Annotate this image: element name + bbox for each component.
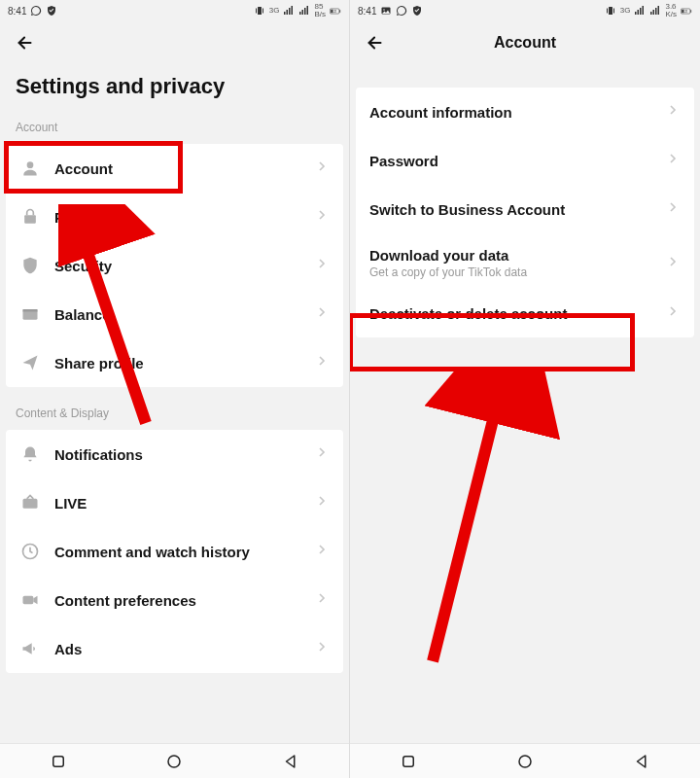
download-data-row[interactable]: Download your data Get a copy of your Ti… [356,233,694,289]
page-title: Settings and privacy [0,64,349,117]
password-row[interactable]: Password [356,136,694,185]
svg-rect-13 [331,9,332,12]
section-content-label: Content & Display [0,403,349,430]
row-label: Notifications [54,446,314,463]
section-account-label: Account [0,117,349,144]
content-card: Notifications LIVE Comment and watch his… [6,430,343,673]
privacy-row[interactable]: Privacy [6,193,343,241]
notifications-row[interactable]: Notifications [6,430,343,478]
row-label: Ads [54,641,314,657]
nav-recent-button[interactable] [398,751,419,772]
deactivate-row[interactable]: Deactivate or delete account [356,289,694,337]
account-row[interactable]: Account [6,144,343,193]
android-navbar [0,743,349,778]
share-profile-row[interactable]: Share profile [6,338,343,387]
svg-rect-4 [287,10,289,15]
share-icon [19,352,41,373]
svg-rect-8 [302,10,304,15]
nav-back-button[interactable] [280,751,301,772]
svg-rect-12 [339,10,340,13]
nav-recent-button[interactable] [48,751,69,772]
row-label: Content preferences [54,592,314,609]
svg-rect-38 [658,6,660,15]
content-pref-row[interactable]: Content preferences [6,576,343,624]
chevron-right-icon [314,207,330,227]
battery-icon: 22 [330,5,341,17]
vibrate-icon [254,5,265,17]
history-row[interactable]: Comment and watch history [6,527,343,576]
net-speed: 3.6K/s [665,3,677,18]
vibrate-icon [605,5,616,17]
nav-back-button[interactable] [631,751,652,772]
account-options-card: Account information Password Switch to B… [356,88,694,337]
account-info-row[interactable]: Account information [356,88,694,136]
back-button[interactable] [12,29,39,56]
ads-row[interactable]: Ads [6,624,343,673]
svg-rect-18 [23,309,38,312]
chevron-right-icon [314,159,330,178]
svg-rect-3 [284,12,286,15]
chevron-right-icon [314,256,330,275]
business-account-row[interactable]: Switch to Business Account [356,185,694,233]
chevron-right-icon [314,444,330,464]
svg-text:22: 22 [333,9,337,13]
android-navbar [350,743,700,778]
net-speed: 85B/s [314,3,326,18]
svg-rect-33 [640,8,642,15]
svg-rect-24 [53,756,64,766]
row-label: Download your data [369,247,665,264]
svg-rect-6 [292,6,294,15]
row-label: Account [54,160,314,177]
chevron-right-icon [665,151,681,170]
row-sublabel: Get a copy of your TikTok data [369,265,665,279]
balance-row[interactable]: Balance [6,290,343,338]
svg-point-15 [27,161,34,168]
wallet-icon [19,303,41,325]
svg-rect-36 [653,10,655,15]
back-button[interactable] [362,29,389,56]
header [0,21,349,64]
svg-rect-10 [307,6,309,15]
row-label: Switch to Business Account [369,201,665,218]
nav-home-button[interactable] [163,751,185,772]
whatsapp-icon [396,5,407,17]
svg-rect-34 [643,6,645,15]
svg-rect-19 [23,499,38,509]
chevron-right-icon [314,542,330,561]
signal-icon-1 [634,5,646,17]
chevron-right-icon [314,304,330,324]
battery-icon: 22 [681,5,692,17]
row-label: Security [54,258,314,274]
signal-icon-2 [649,5,661,17]
security-row[interactable]: Security [6,241,343,290]
status-bar: 8:41 3G 3.6K/s 22 [350,0,700,21]
svg-rect-35 [650,12,652,15]
megaphone-icon [19,638,41,659]
svg-point-46 [519,756,531,767]
chevron-right-icon [665,102,681,122]
network-type: 3G [620,7,631,15]
network-type: 3G [269,7,280,15]
chevron-right-icon [665,303,681,323]
svg-rect-37 [655,8,657,15]
account-screen: 8:41 3G 3.6K/s 22 [350,0,700,778]
svg-rect-0 [258,7,262,15]
bell-icon [19,443,41,465]
chevron-right-icon [314,493,330,513]
chevron-right-icon [665,254,681,273]
svg-rect-32 [638,10,640,15]
svg-rect-5 [289,8,291,15]
svg-rect-16 [24,215,36,223]
live-icon [19,492,41,513]
signal-icon-1 [283,5,295,17]
nav-home-button[interactable] [514,751,536,772]
live-row[interactable]: LIVE [6,478,343,527]
shield-icon [19,255,41,276]
account-content: Account information Password Switch to B… [350,64,700,743]
lock-icon [19,206,41,228]
row-label: Privacy [54,209,314,226]
shield-check-icon [46,5,57,17]
settings-content: Account Account Privacy [0,117,349,743]
svg-rect-28 [609,7,612,15]
person-icon [19,158,41,179]
